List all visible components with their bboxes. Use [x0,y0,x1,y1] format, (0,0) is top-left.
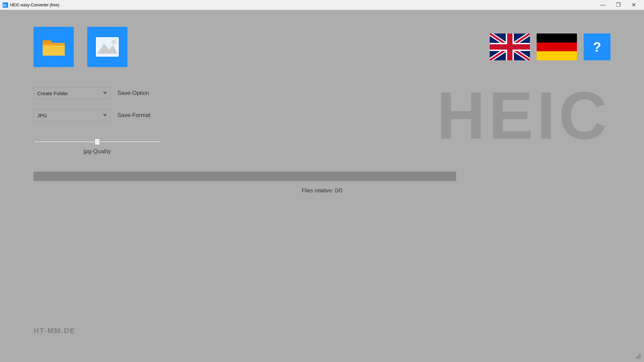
title-bar: H HEIC-easy-Converter (free) — ❐ ✕ [0,0,644,10]
save-format-dropdown[interactable]: JPG PNG BMP TIFF [34,109,111,121]
svg-text:H: H [3,3,6,7]
top-icons-left [34,27,127,67]
svg-line-20 [637,355,641,359]
top-icons-right: ? [490,34,610,60]
english-language-button[interactable] [490,34,530,60]
svg-point-8 [111,39,117,45]
close-button[interactable]: ✕ [626,0,641,10]
save-format-row: JPG PNG BMP TIFF Save-Format [34,109,610,121]
de-stripe-black [537,34,577,43]
help-icon: ? [593,40,601,55]
controls-section: Create Folder Same Folder Choose Folder … [34,87,610,121]
quality-slider[interactable] [34,141,161,143]
files-relative-text: Files relative: 0/0 [34,188,610,194]
de-stripe-red [537,43,577,52]
top-icons-row: ? [34,27,610,67]
save-option-label: Save-Option [117,90,149,97]
title-bar-left: H HEIC-easy-Converter (free) [3,2,59,8]
title-bar-title: HEIC-easy-Converter (free) [10,3,59,7]
de-flag-stripes [537,34,577,60]
svg-line-21 [639,357,641,359]
svg-rect-5 [43,46,65,56]
german-language-button[interactable] [537,34,577,60]
resize-icon [634,352,641,359]
quality-label: jpg-Quality [34,148,161,155]
help-button[interactable]: ? [584,34,610,60]
uk-flag-svg [490,34,530,60]
save-option-dropdown[interactable]: Create Folder Same Folder Choose Folder [34,87,111,99]
open-images-button[interactable] [87,27,127,67]
title-bar-controls: — ❐ ✕ [595,0,641,10]
folder-icon [42,37,65,57]
app-icon: H [3,2,8,8]
save-format-label: Save-Format [117,112,150,119]
progress-bar-container [34,172,456,181]
svg-rect-18 [490,44,530,50]
resize-handle[interactable] [634,352,641,359]
de-stripe-gold [537,51,577,60]
slider-section: jpg-Quality [34,138,610,155]
image-icon [96,37,119,57]
save-option-row: Create Folder Same Folder Choose Folder … [34,87,610,99]
brand-text: HT-MM.DE [34,326,75,335]
open-folder-button[interactable] [34,27,74,67]
restore-button[interactable]: ❐ [610,0,626,10]
main-content: HEIC [0,10,644,362]
minimize-button[interactable]: — [595,0,610,10]
